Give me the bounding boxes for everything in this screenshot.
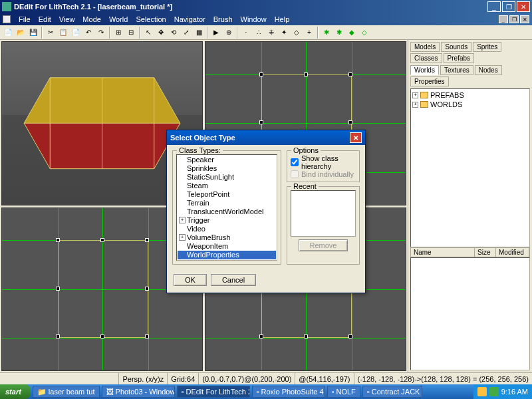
status-coord3: (-128, -128, -128)->(128, 128, 128) = (2…: [354, 373, 532, 384]
status-coord1: (0.0,-0.7,0.7)@(0,200,-200): [198, 373, 295, 384]
right-panel: Models Sounds Sprites Classes Prefabs Wo…: [408, 40, 532, 372]
menu-navigator[interactable]: Navigator: [170, 15, 209, 23]
tabs-row1: Models Sounds Sprites Classes Prefabs: [410, 42, 530, 63]
tb-green2[interactable]: ✱: [333, 27, 345, 39]
tab-sprites[interactable]: Sprites: [473, 42, 501, 52]
class-item[interactable]: TeleportPoint: [178, 190, 276, 199]
tb-open[interactable]: 📂: [15, 27, 27, 39]
class-item[interactable]: StaticSunLight: [178, 173, 276, 182]
doc-restore[interactable]: ❐: [509, 15, 519, 23]
start-button[interactable]: start: [0, 384, 31, 399]
task-jack[interactable]: ▫Contract JACK: [362, 386, 422, 398]
doc-minimize[interactable]: _: [499, 15, 508, 23]
tb-redo[interactable]: ↷: [95, 27, 107, 39]
class-item[interactable]: Trigger: [178, 216, 276, 225]
menu-world[interactable]: World: [105, 15, 132, 23]
tb-snap3[interactable]: ⁜: [265, 27, 277, 39]
tb-save[interactable]: 💾: [27, 27, 39, 39]
tb-green1[interactable]: ✱: [321, 27, 332, 39]
tb-snap5[interactable]: ◇: [291, 27, 303, 39]
tb-cut[interactable]: ✂: [45, 27, 57, 39]
maximize-button[interactable]: ❐: [502, 1, 515, 12]
chk-hierarchy-box[interactable]: [291, 158, 299, 166]
tb-grid2[interactable]: ⊟: [125, 27, 137, 39]
start-label: start: [5, 388, 21, 396]
tab-worlds[interactable]: Worlds: [410, 65, 439, 75]
tab-textures[interactable]: Textures: [440, 65, 473, 75]
doc-close[interactable]: ✕: [520, 15, 529, 23]
minimize-button[interactable]: _: [487, 1, 501, 12]
recent-list[interactable]: [291, 190, 356, 237]
tab-sounds[interactable]: Sounds: [441, 42, 471, 52]
class-item-selected[interactable]: WorldProperties: [178, 251, 276, 259]
class-item[interactable]: Steam: [178, 182, 276, 190]
menu-file[interactable]: File: [15, 15, 35, 23]
task-dedit[interactable]: ▫DEdit For LithTech 2...: [177, 386, 250, 398]
task-photo[interactable]: 🖼Photo03 - Windows Pi...: [102, 386, 175, 398]
menu-selection[interactable]: Selection: [132, 15, 170, 23]
tb-new[interactable]: 📄: [2, 27, 14, 39]
cancel-button[interactable]: Cancel: [211, 274, 256, 286]
col-modified[interactable]: Modified: [496, 248, 529, 257]
tb-move[interactable]: ✥: [155, 27, 167, 39]
tb-snap6[interactable]: +: [303, 27, 315, 39]
class-item[interactable]: WeaponItem: [178, 242, 276, 251]
tree-item-prefabs[interactable]: + PREFABS: [412, 90, 528, 100]
class-item[interactable]: VolumeBrush: [178, 233, 276, 242]
tb-copy[interactable]: 📋: [57, 27, 69, 39]
expand-icon[interactable]: +: [412, 102, 418, 108]
class-list[interactable]: Speaker Sprinkles StaticSunLight Steam T…: [176, 154, 277, 261]
tb-brush[interactable]: ▦: [193, 27, 205, 39]
class-item[interactable]: WorldSection: [178, 259, 276, 261]
tb-snap4[interactable]: ✦: [278, 27, 290, 39]
tb-green4[interactable]: ◇: [358, 27, 370, 39]
dialog-titlebar[interactable]: Select Object Type ✕: [167, 130, 365, 145]
app-icon: [2, 2, 11, 11]
menu-help[interactable]: Help: [271, 15, 294, 23]
col-size[interactable]: Size: [475, 248, 496, 257]
tray-icon[interactable]: [489, 387, 499, 396]
tb-grid1[interactable]: ⊞: [112, 27, 124, 39]
menu-window[interactable]: Window: [237, 15, 271, 23]
task-roxio[interactable]: ▫Roxio PhotoSuite 4: [252, 386, 325, 398]
tab-properties[interactable]: Properties: [410, 76, 449, 86]
tab-prefabs[interactable]: Prefabs: [444, 53, 474, 63]
tree-item-worlds[interactable]: + WORLDS: [412, 100, 528, 109]
class-item[interactable]: Speaker: [178, 156, 276, 164]
remove-button[interactable]: Remove: [299, 239, 348, 251]
class-item[interactable]: TranslucentWorldModel: [178, 207, 276, 216]
class-item[interactable]: Sprinkles: [178, 164, 276, 173]
class-item[interactable]: Terrain: [178, 199, 276, 207]
tab-nodes[interactable]: Nodes: [475, 65, 502, 75]
tab-classes[interactable]: Classes: [410, 53, 442, 63]
tb-play[interactable]: ▶: [210, 27, 222, 39]
dialog-close-button[interactable]: ✕: [350, 132, 362, 143]
close-button[interactable]: ✕: [517, 1, 530, 12]
tb-rotate[interactable]: ⟲: [168, 27, 180, 39]
tab-models[interactable]: Models: [410, 42, 440, 52]
tb-snap1[interactable]: ·: [240, 27, 252, 39]
menu-view[interactable]: View: [55, 15, 79, 23]
class-item[interactable]: Video: [178, 225, 276, 233]
ok-button[interactable]: OK: [174, 274, 207, 286]
menu-edit[interactable]: Edit: [35, 15, 55, 23]
tb-scale[interactable]: ⤢: [180, 27, 192, 39]
file-list[interactable]: [410, 257, 530, 370]
menu-brush[interactable]: Brush: [209, 15, 237, 23]
expand-icon[interactable]: +: [412, 92, 418, 98]
tb-green3[interactable]: ◆: [346, 27, 358, 39]
tb-undo[interactable]: ↶: [82, 27, 94, 39]
menu-mode[interactable]: Mode: [78, 15, 105, 23]
tree[interactable]: + PREFABS + WORLDS: [410, 88, 530, 247]
tb-paste[interactable]: 📄: [70, 27, 82, 39]
tray-clock: 9:16 AM: [501, 388, 528, 396]
titlebar: DEdit For LithTech 2.1 - [laserbeam_tuto…: [0, 0, 532, 13]
tb-tool1[interactable]: ⊕: [223, 27, 235, 39]
task-nolf[interactable]: ▫NOLF: [327, 386, 360, 398]
tb-select[interactable]: ↖: [142, 27, 154, 39]
task-folder[interactable]: 📁laser beam tut: [33, 386, 100, 398]
chk-hierarchy[interactable]: Show class hierarchy: [291, 154, 356, 170]
tray-icon[interactable]: [477, 387, 487, 396]
tb-snap2[interactable]: ∴: [253, 27, 265, 39]
col-name[interactable]: Name: [411, 248, 475, 257]
